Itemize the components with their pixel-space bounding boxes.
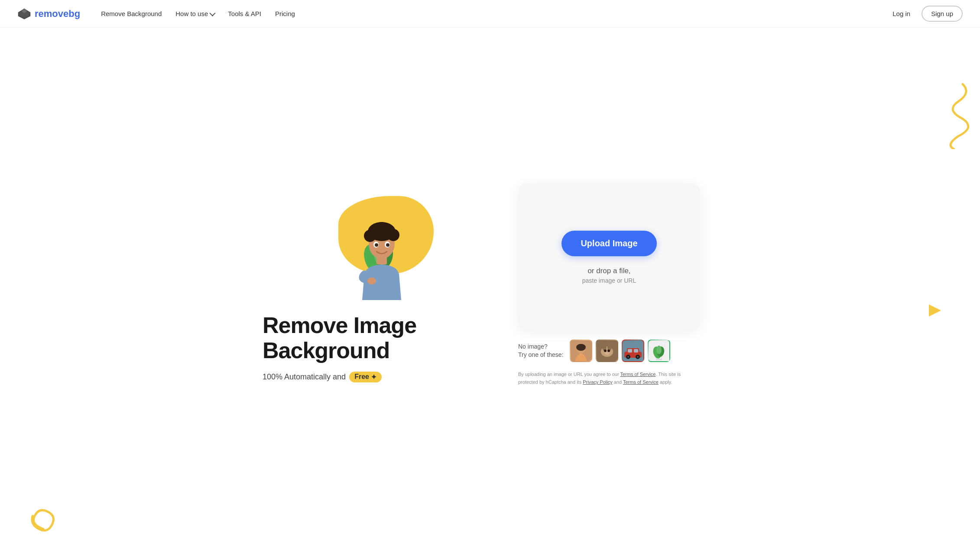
svg-point-30 xyxy=(604,349,607,352)
thumb-car-svg xyxy=(623,340,643,361)
hero-left: Remove Image Background 100% Automatical… xyxy=(263,187,501,382)
hero-right: Upload Image or drop a file, paste image… xyxy=(501,183,717,386)
hero-subtitle: 100% Automatically and Free ✦ xyxy=(263,372,501,382)
doodle-top-right xyxy=(937,80,971,149)
chevron-down-icon xyxy=(210,10,216,16)
svg-point-16 xyxy=(376,222,388,234)
sample-images-row: No image? Try one of these: xyxy=(518,340,700,362)
sample-thumb-plant[interactable] xyxy=(648,340,670,362)
terms-link-2[interactable]: Terms of Service xyxy=(623,379,659,385)
nav-link-tools-api[interactable]: Tools & API xyxy=(223,7,266,21)
hero-section: Remove Image Background 100% Automatical… xyxy=(0,28,980,542)
person-illustration xyxy=(338,196,425,300)
nav-link-remove-background[interactable]: Remove Background xyxy=(96,7,167,21)
nav-link-pricing[interactable]: Pricing xyxy=(270,7,300,21)
nav-actions: Log in Sign up xyxy=(886,6,963,22)
logo-text: removebg xyxy=(35,8,80,20)
svg-rect-36 xyxy=(634,349,638,353)
terms-text: By uploading an image or URL you agree t… xyxy=(518,371,700,386)
hero-title: Remove Image Background xyxy=(263,313,501,362)
login-button[interactable]: Log in xyxy=(886,7,916,21)
paste-text: paste image or URL xyxy=(582,277,636,284)
doodle-bottom-left xyxy=(26,499,61,533)
triangle-decoration xyxy=(929,304,941,317)
upload-drop-zone[interactable]: Upload Image or drop a file, paste image… xyxy=(518,183,700,331)
navbar: removebg Remove Background How to use To… xyxy=(0,0,980,28)
svg-marker-3 xyxy=(929,304,941,317)
svg-rect-35 xyxy=(628,349,632,353)
person-svg xyxy=(341,196,423,300)
svg-point-24 xyxy=(576,344,586,351)
thumb-plant-svg xyxy=(649,340,669,361)
signup-button[interactable]: Sign up xyxy=(922,6,963,22)
logo-icon xyxy=(17,7,31,21)
sample-label: No image? Try one of these: xyxy=(518,343,564,359)
hero-image-container xyxy=(312,187,451,300)
sample-thumb-car[interactable] xyxy=(622,340,644,362)
thumb-person-svg xyxy=(571,340,591,361)
svg-point-20 xyxy=(386,243,389,247)
svg-rect-43 xyxy=(656,359,662,360)
svg-point-39 xyxy=(627,356,629,358)
nav-link-how-to-use[interactable]: How to use xyxy=(170,7,219,21)
sample-thumb-person[interactable] xyxy=(570,340,592,362)
logo-link[interactable]: removebg xyxy=(17,7,80,21)
svg-point-21 xyxy=(367,278,376,284)
privacy-policy-link[interactable]: Privacy Policy xyxy=(583,379,612,385)
nav-links: Remove Background How to use Tools & API… xyxy=(96,7,886,21)
svg-point-19 xyxy=(375,243,378,247)
drop-text-container: or drop a file, paste image or URL xyxy=(582,265,636,284)
thumb-dog-svg xyxy=(597,340,617,361)
drop-text: or drop a file, xyxy=(582,265,636,277)
sample-thumb-dog[interactable] xyxy=(596,340,618,362)
svg-point-31 xyxy=(607,349,610,352)
sample-images xyxy=(570,340,670,362)
svg-point-46 xyxy=(656,346,662,354)
free-badge: Free ✦ xyxy=(349,372,382,382)
terms-link-1[interactable]: Terms of Service xyxy=(620,372,655,377)
free-badge-icon: ✦ xyxy=(371,373,376,381)
svg-point-40 xyxy=(637,356,639,358)
upload-image-button[interactable]: Upload Image xyxy=(561,231,656,256)
